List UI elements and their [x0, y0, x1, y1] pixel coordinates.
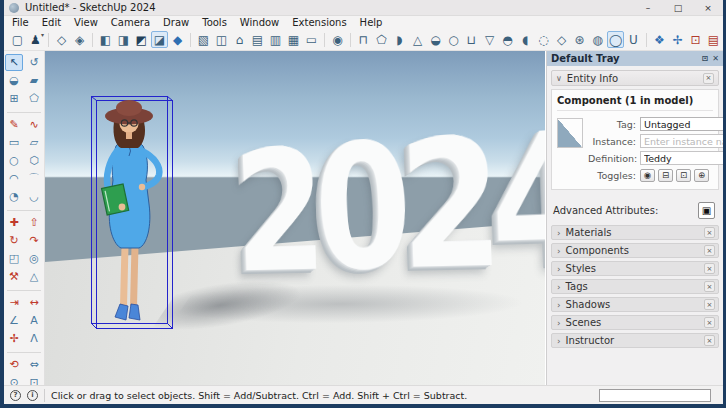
shapes-tool[interactable]: ⬠ [25, 90, 43, 107]
orbit-tool[interactable]: ⟲ [5, 356, 23, 373]
axis-tool-icon[interactable]: ✢ [669, 31, 686, 48]
lasso-tool[interactable]: ↺ [25, 54, 43, 71]
style-xray-icon[interactable]: ◆ [169, 31, 186, 48]
tray-section-components[interactable]: › Components × [551, 243, 719, 258]
style-monochrome-icon[interactable]: ◩ [133, 31, 150, 48]
rotated-rectangle-tool[interactable]: ▱ [25, 134, 43, 151]
shape-half-round-icon[interactable]: ◗ [391, 31, 408, 48]
u-tool-icon[interactable]: U [625, 31, 642, 48]
tray-section-tags[interactable]: › Tags × [551, 279, 719, 294]
make-component-tool[interactable]: ⊞ [5, 90, 23, 107]
maximize-button[interactable]: □ [663, 0, 693, 15]
polygon-tool[interactable]: ⬡ [25, 152, 43, 169]
pie-tool[interactable]: ◔ [5, 188, 23, 205]
model-viewport[interactable]: 2024 [45, 51, 545, 385]
push-pull-tool[interactable]: ⇧ [25, 214, 43, 231]
shape-half-cylinder-icon[interactable]: ◒ [427, 31, 444, 48]
menu-help[interactable]: Help [360, 17, 383, 28]
shape-cylinder-icon[interactable]: ⊓ [355, 31, 372, 48]
help-icon[interactable]: ? [10, 390, 21, 401]
freehand-tool[interactable]: ∿ [25, 116, 43, 133]
menu-edit[interactable]: Edit [42, 17, 61, 28]
style-back-edges-icon[interactable]: ◧ [97, 31, 114, 48]
section-close-icon[interactable]: × [704, 263, 715, 274]
shape-cone-icon[interactable]: △ [409, 31, 426, 48]
close-button[interactable]: × [693, 0, 723, 15]
two-point-arc-tool[interactable]: ◠ [5, 170, 23, 187]
add-location-icon[interactable]: ◉ [329, 31, 346, 48]
axes-tool[interactable]: ✢ [5, 330, 23, 347]
entity-info-close-icon[interactable]: × [703, 73, 714, 84]
solid-tools[interactable]: ⚒ [5, 268, 23, 285]
hide-toggle-icon[interactable]: ◉ [640, 169, 655, 182]
shape-pentagon-icon[interactable]: ⬠ [373, 31, 390, 48]
offset-tool[interactable]: ◎ [25, 250, 43, 267]
lock-toggle-icon[interactable]: ⊟ [658, 169, 673, 182]
zoom-selection-icon[interactable]: ⊡ [687, 31, 704, 48]
rotate-tool[interactable]: ↻ [5, 232, 23, 249]
shape-golfball-icon[interactable]: ◍ [589, 31, 606, 48]
menu-draw[interactable]: Draw [163, 17, 189, 28]
definition-input[interactable] [640, 151, 726, 165]
tag-select[interactable]: Untagged ▾ [640, 117, 726, 131]
menu-view[interactable]: View [74, 17, 98, 28]
eraser-tool[interactable]: ▰ [25, 72, 43, 89]
entity-info-header[interactable]: ∨ Entity Info × [551, 70, 719, 86]
shape-circle-icon[interactable]: ○ [445, 31, 462, 48]
new-document-icon[interactable]: ▢ [9, 31, 26, 48]
dimension-tool[interactable]: ↔ [25, 294, 43, 311]
person-select-icon[interactable]: ♟▾ [27, 31, 44, 48]
shape-pyramid-icon[interactable]: ▽ [481, 31, 498, 48]
person-component[interactable] [91, 96, 174, 330]
rectangle-tool[interactable]: ▭ [5, 134, 23, 151]
menu-camera[interactable]: Camera [111, 17, 150, 28]
menu-file[interactable]: File [12, 17, 29, 28]
measurements-input[interactable] [599, 389, 711, 402]
view-right-icon[interactable]: ▤ [249, 31, 266, 48]
shape-dome-icon[interactable]: ◓ [499, 31, 516, 48]
3d-text-tool[interactable]: Λ [25, 330, 43, 347]
outer-shell-tool[interactable]: △ [25, 268, 43, 285]
hide-similar-toggle-icon[interactable]: ⊕ [694, 169, 709, 182]
menu-extensions[interactable]: Extensions [292, 17, 346, 28]
view-back-icon[interactable]: ▥ [267, 31, 284, 48]
pin-icon[interactable]: ⊡ [702, 54, 709, 63]
tray-section-materials[interactable]: › Materials × [551, 225, 719, 240]
view-front-icon[interactable]: ⌂ [231, 31, 248, 48]
shape-ring-icon[interactable]: ◌ [535, 31, 552, 48]
section-close-icon[interactable]: × [704, 281, 715, 292]
three-point-arc-tool[interactable]: ◡ [25, 188, 43, 205]
menu-tools[interactable]: Tools [202, 17, 227, 28]
protractor-tool[interactable]: ∠ [5, 312, 23, 329]
tray-section-shadows[interactable]: › Shadows × [551, 297, 719, 312]
report-clipboard-icon[interactable]: ▤ [705, 31, 722, 48]
paint-bucket-tool[interactable]: ◒ [5, 72, 23, 89]
text-tool[interactable]: A [25, 312, 43, 329]
move-tool[interactable]: ✚ [5, 214, 23, 231]
section-close-icon[interactable]: × [704, 299, 715, 310]
shape-tub-icon[interactable]: ⊔ [463, 31, 480, 48]
shape-polyhedron-icon[interactable]: ◇ [553, 31, 570, 48]
menu-window[interactable]: Window [240, 17, 279, 28]
section-close-icon[interactable]: × [704, 335, 715, 346]
pan-tool[interactable]: ⇔ [25, 356, 43, 373]
view-iso-icon[interactable]: ▧ [195, 31, 212, 48]
tray-section-instructor[interactable]: › Instructor × [551, 333, 719, 348]
select-tool[interactable]: ↖ [5, 54, 23, 71]
section-close-icon[interactable]: × [704, 317, 715, 328]
style-textured-icon[interactable]: ◪ [151, 31, 168, 48]
advanced-attributes-button[interactable]: ▣ [698, 202, 715, 219]
instance-input[interactable] [640, 134, 726, 148]
section-close-icon[interactable]: × [704, 227, 715, 238]
view-left-icon[interactable]: ▦ [285, 31, 302, 48]
style-wireframe-icon[interactable]: ◇ [53, 31, 70, 48]
tray-close-icon[interactable]: ✕ [712, 54, 719, 63]
line-tool[interactable]: ✎ [5, 116, 23, 133]
shape-sphere-icon[interactable]: ⊛ [571, 31, 588, 48]
arc-tool[interactable]: ⌒ [25, 170, 43, 187]
circle-tool-icon[interactable]: ◯ [607, 31, 624, 48]
section-close-icon[interactable]: × [704, 245, 715, 256]
tray-section-scenes[interactable]: › Scenes × [551, 315, 719, 330]
info-icon[interactable]: i [27, 390, 38, 401]
style-hidden-line-icon[interactable]: ◈ [71, 31, 88, 48]
